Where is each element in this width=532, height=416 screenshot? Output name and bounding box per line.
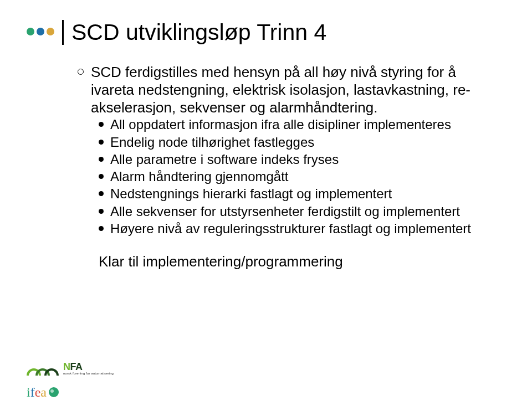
sub-bullet-text: Høyere nivå av reguleringsstrukturer fas… [110, 220, 471, 237]
nfa-logo: NFA norsk forening for automatisering [27, 361, 114, 376]
bullet-filled-icon [99, 209, 104, 214]
page-title: SCD utviklingsløp Trinn 4 [71, 20, 326, 45]
ifea-logo: ifea [27, 384, 114, 400]
list-item: Alarm håndtering gjennomgått [99, 168, 500, 184]
title-row: SCD utviklingsløp Trinn 4 [27, 20, 505, 45]
nfa-text: NFA norsk forening for automatisering [63, 362, 114, 375]
title-block: SCD utviklingsløp Trinn 4 [62, 20, 326, 45]
content-area: SCD ferdigstilles med hensyn på all høy … [78, 64, 500, 270]
slide: SCD utviklingsløp Trinn 4 SCD ferdigstil… [0, 0, 532, 416]
bullet-filled-icon [99, 122, 104, 127]
list-item: Alle sekvenser for utstyrsenheter ferdig… [99, 203, 500, 219]
nfa-arcs-icon [27, 361, 60, 376]
bullet-filled-icon [99, 191, 104, 196]
list-item: Endelig node tilhørighet fastlegges [99, 134, 500, 150]
list-item: SCD ferdigstilles med hensyn på all høy … [78, 64, 500, 270]
bullet-list: SCD ferdigstilles med hensyn på all høy … [78, 64, 500, 270]
final-line: Klar til implementering/programmering [99, 253, 500, 270]
sub-bullet-text: Alle sekvenser for utstyrsenheter ferdig… [110, 203, 460, 219]
bullet-open-icon [78, 69, 84, 75]
list-item: Høyere nivå av reguleringsstrukturer fas… [99, 220, 500, 237]
decor-dot-1 [27, 28, 34, 35]
ifea-text: ifea [27, 385, 47, 400]
sub-bullet-text: Alle parametre i software indeks fryses [110, 151, 339, 167]
bullet-filled-icon [99, 157, 104, 162]
sub-bullet-list: All oppdatert informasjon ifra alle disi… [99, 116, 500, 237]
nfa-sub-label: norsk forening for automatisering [63, 372, 114, 375]
logos: NFA norsk forening for automatisering if… [27, 361, 114, 400]
bullet-filled-icon [99, 226, 104, 231]
bullet-filled-icon [99, 140, 104, 145]
nfa-main-label: NFA [63, 362, 114, 372]
sub-bullet-text: Endelig node tilhørighet fastlegges [110, 134, 314, 150]
sub-bullet-text: All oppdatert informasjon ifra alle disi… [110, 116, 451, 132]
bullet-filled-icon [99, 174, 104, 179]
bullet-text: SCD ferdigstilles med hensyn på all høy … [91, 64, 500, 116]
list-item: Nedstengnings hierarki fastlagt og imple… [99, 186, 500, 202]
list-item: All oppdatert informasjon ifra alle disi… [99, 116, 500, 132]
ifea-globe-icon [49, 387, 59, 397]
decor-dot-3 [47, 28, 54, 35]
list-item: Alle parametre i software indeks fryses [99, 151, 500, 167]
sub-bullet-text: Nedstengnings hierarki fastlagt og imple… [110, 186, 392, 202]
decor-dots [27, 28, 54, 35]
sub-bullet-text: Alarm håndtering gjennomgått [110, 168, 289, 184]
title-separator [62, 20, 64, 45]
decor-dot-2 [37, 28, 44, 35]
